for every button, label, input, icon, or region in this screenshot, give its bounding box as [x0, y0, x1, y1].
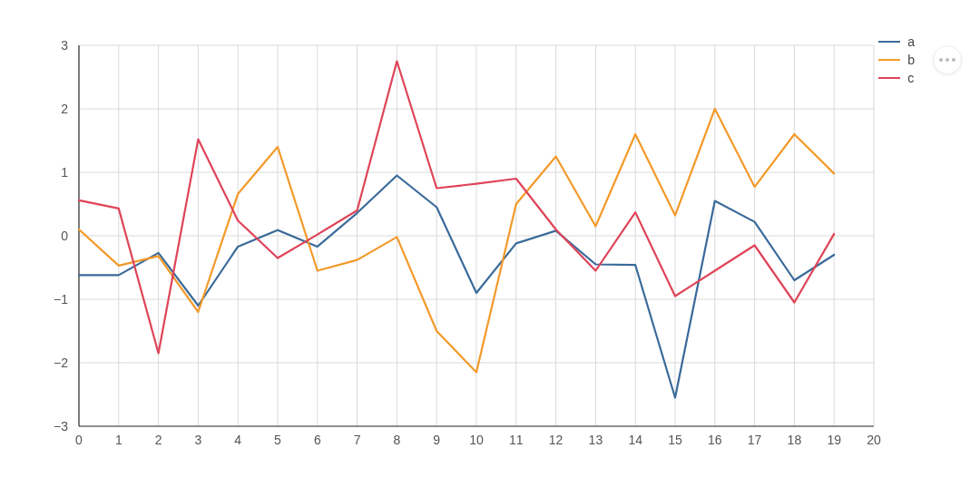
legend-label-b: b [907, 53, 915, 67]
svg-text:3: 3 [195, 433, 202, 447]
svg-text:10: 10 [469, 433, 484, 447]
line-chart: 01234567891011121314151617181920−3−2−101… [0, 0, 980, 487]
svg-text:1: 1 [115, 433, 122, 447]
series-a [79, 176, 834, 398]
chart-svg: 01234567891011121314151617181920−3−2−101… [0, 0, 980, 487]
svg-text:0: 0 [61, 229, 68, 243]
svg-text:7: 7 [354, 433, 361, 447]
series-b [79, 109, 834, 373]
legend-label-a: a [907, 34, 915, 49]
series-c [79, 62, 834, 354]
svg-text:1: 1 [61, 165, 68, 180]
svg-text:4: 4 [234, 433, 241, 447]
svg-text:2: 2 [61, 102, 68, 116]
svg-text:6: 6 [314, 433, 321, 447]
svg-text:15: 15 [668, 433, 682, 447]
svg-text:11: 11 [509, 433, 524, 447]
legend-swatch-b [878, 59, 900, 61]
svg-text:13: 13 [589, 433, 603, 447]
svg-text:8: 8 [394, 433, 401, 447]
svg-text:12: 12 [549, 433, 564, 447]
svg-text:0: 0 [75, 433, 83, 447]
legend-item-b[interactable]: b [878, 53, 915, 67]
svg-text:17: 17 [748, 433, 762, 447]
legend-swatch-c [878, 77, 900, 79]
svg-text:5: 5 [274, 433, 281, 447]
svg-text:14: 14 [628, 433, 642, 447]
svg-text:16: 16 [708, 433, 722, 447]
svg-text:9: 9 [433, 433, 440, 447]
svg-text:−3: −3 [54, 419, 68, 433]
ellipsis-icon [939, 58, 956, 62]
svg-text:19: 19 [827, 433, 841, 447]
svg-text:3: 3 [61, 38, 68, 53]
svg-text:−1: −1 [54, 292, 68, 307]
legend-label-c: c [907, 71, 914, 85]
svg-text:−2: −2 [54, 356, 68, 370]
chart-menu-button[interactable] [933, 45, 962, 74]
legend-item-a[interactable]: a [878, 34, 915, 49]
svg-text:2: 2 [155, 433, 162, 447]
legend: a b c [878, 34, 915, 89]
legend-swatch-a [878, 41, 900, 43]
legend-item-c[interactable]: c [878, 71, 915, 85]
svg-text:18: 18 [788, 433, 802, 447]
svg-text:20: 20 [867, 433, 881, 447]
